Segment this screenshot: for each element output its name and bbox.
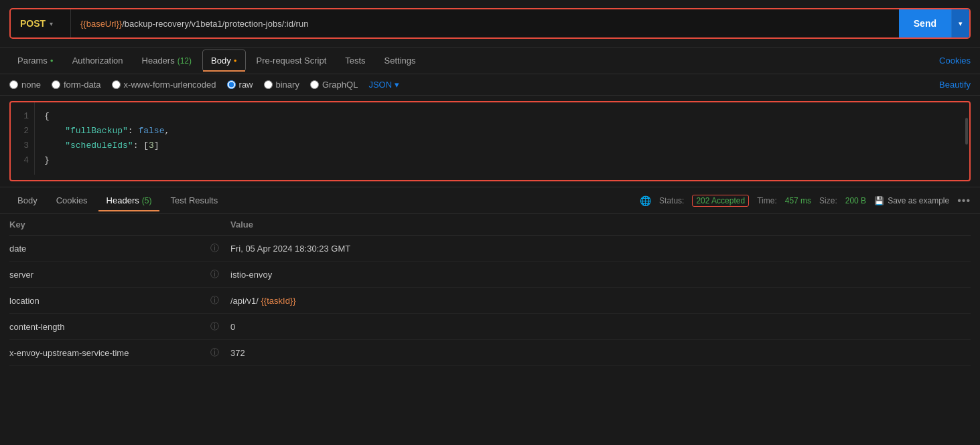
tab-authorization[interactable]: Authorization xyxy=(64,50,131,71)
line-numbers: 1 2 3 4 xyxy=(11,102,35,175)
url-base: {{baseUrl}} xyxy=(80,19,122,29)
status-value: 202 Accepted xyxy=(692,195,749,207)
radio-form-data[interactable]: form-data xyxy=(52,80,101,90)
url-input[interactable]: {{baseUrl}}/backup-recovery/v1beta1/prot… xyxy=(71,19,899,29)
template-value: {{taskId}} xyxy=(261,296,296,306)
code-editor[interactable]: 1 2 3 4 { "fullBackup": false, "schedule… xyxy=(9,101,971,181)
body-options-row: none form-data x-www-form-urlencoded raw… xyxy=(0,74,980,96)
radio-binary[interactable]: binary xyxy=(264,80,299,90)
globe-icon: 🌐 xyxy=(640,195,651,206)
radio-none[interactable]: none xyxy=(9,80,41,90)
response-meta: 🌐 Status: 202 Accepted Time: 457 ms Size… xyxy=(640,195,971,207)
line-number-4: 4 xyxy=(16,153,29,168)
size-value: 200 B xyxy=(845,196,866,205)
status-label: Status: xyxy=(659,196,684,205)
table-row: content-length ⓘ 0 xyxy=(9,314,971,340)
radio-urlencoded[interactable]: x-www-form-urlencoded xyxy=(112,80,216,90)
info-icon[interactable]: ⓘ xyxy=(210,321,230,333)
time-value: 457 ms xyxy=(785,196,811,205)
beautify-button[interactable]: Beautify xyxy=(939,80,971,90)
line-number-1: 1 xyxy=(16,109,29,124)
resp-tab-body[interactable]: Body xyxy=(9,190,46,211)
method-chevron-icon: ▾ xyxy=(50,20,53,27)
radio-raw[interactable]: raw xyxy=(227,80,253,90)
url-bar-section: POST ▾ {{baseUrl}}/backup-recovery/v1bet… xyxy=(0,0,980,48)
params-dot: ● xyxy=(50,58,54,64)
header-key: x-envoy-upstream-service-time xyxy=(9,348,210,358)
code-line-4: } xyxy=(44,153,960,168)
header-key: content-length xyxy=(9,322,210,332)
headers-table: Key Value date ⓘ Fri, 05 Apr 2024 18:30:… xyxy=(0,214,980,366)
send-dropdown-button[interactable]: ▾ xyxy=(951,9,969,37)
header-key: server xyxy=(9,270,210,280)
cookies-link[interactable]: Cookies xyxy=(939,56,971,66)
header-value: 0 xyxy=(230,322,971,332)
info-icon[interactable]: ⓘ xyxy=(210,294,230,306)
tab-tests[interactable]: Tests xyxy=(337,50,373,71)
resp-tab-test-results[interactable]: Test Results xyxy=(162,190,226,211)
code-line-2: "fullBackup": false, xyxy=(44,124,960,139)
headers-count: (12) xyxy=(178,56,192,66)
line-number-3: 3 xyxy=(16,139,29,153)
headers-table-header: Key Value xyxy=(9,214,971,236)
response-section: Body Cookies Headers (5) Test Results 🌐 … xyxy=(0,187,980,366)
code-content: { "fullBackup": false, "scheduleIds": [3… xyxy=(35,102,969,175)
header-key: location xyxy=(9,296,210,306)
tab-prerequest[interactable]: Pre-request Script xyxy=(249,50,335,71)
tab-body[interactable]: Body ● xyxy=(202,50,245,72)
header-key: date xyxy=(9,244,210,254)
json-type-selector[interactable]: JSON ▾ xyxy=(368,80,399,90)
url-bar: POST ▾ {{baseUrl}}/backup-recovery/v1bet… xyxy=(9,8,971,39)
request-tabs-row: Params ● Authorization Headers (12) Body… xyxy=(0,48,980,74)
info-icon[interactable]: ⓘ xyxy=(210,242,230,254)
save-icon: 💾 xyxy=(874,196,884,205)
resp-tab-headers[interactable]: Headers (5) xyxy=(98,190,160,211)
tab-headers[interactable]: Headers (12) xyxy=(134,50,200,71)
table-row: x-envoy-upstream-service-time ⓘ 372 xyxy=(9,340,971,366)
response-tabs-row: Body Cookies Headers (5) Test Results 🌐 … xyxy=(0,187,980,214)
scrollbar[interactable] xyxy=(965,118,968,145)
header-value: istio-envoy xyxy=(230,270,971,280)
tab-params[interactable]: Params ● xyxy=(9,50,62,71)
size-label: Size: xyxy=(819,196,837,205)
send-button[interactable]: Send xyxy=(899,9,951,37)
info-icon[interactable]: ⓘ xyxy=(210,347,230,359)
url-path: /backup-recovery/v1beta1/protection-jobs… xyxy=(122,19,308,29)
table-row: date ⓘ Fri, 05 Apr 2024 18:30:23 GMT xyxy=(9,236,971,262)
radio-graphql[interactable]: GraphQL xyxy=(310,80,358,90)
more-options-button[interactable]: ••• xyxy=(957,195,971,207)
method-label: POST xyxy=(20,18,46,29)
table-row: location ⓘ /api/v1/ {{taskId}} xyxy=(9,288,971,314)
save-example-button[interactable]: 💾 Save as example xyxy=(874,196,949,205)
body-dot: ● xyxy=(234,58,237,64)
code-line-3: "scheduleIds": [3] xyxy=(44,139,960,153)
method-selector[interactable]: POST ▾ xyxy=(11,9,71,37)
headers-response-count: (5) xyxy=(142,196,152,205)
line-number-2: 2 xyxy=(16,124,29,139)
code-line-1: { xyxy=(44,109,960,124)
table-row: server ⓘ istio-envoy xyxy=(9,262,971,288)
header-value: Fri, 05 Apr 2024 18:30:23 GMT xyxy=(230,244,971,254)
header-value: 372 xyxy=(230,348,971,358)
time-label: Time: xyxy=(757,196,777,205)
code-lines: 1 2 3 4 { "fullBackup": false, "schedule… xyxy=(11,102,969,175)
tab-settings[interactable]: Settings xyxy=(376,50,424,71)
send-btn-group: Send ▾ xyxy=(899,9,969,37)
header-value: /api/v1/ {{taskId}} xyxy=(230,296,971,306)
info-icon[interactable]: ⓘ xyxy=(210,268,230,280)
resp-tab-cookies[interactable]: Cookies xyxy=(48,190,96,211)
